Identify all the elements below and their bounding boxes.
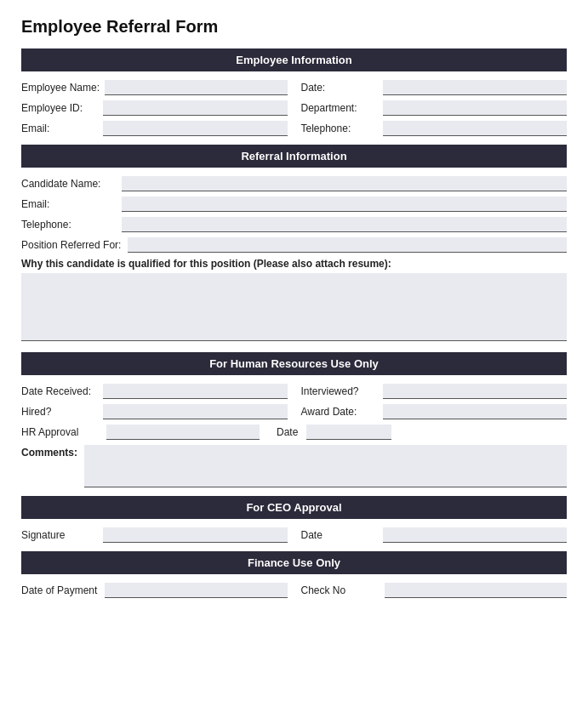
hr-date-label: Date (277, 426, 298, 438)
date-received-col: Date Received: (21, 384, 288, 399)
employee-info-section: Employee Information Employee Name: Date… (21, 48, 567, 136)
award-date-label: Award Date: (301, 406, 378, 418)
hr-use-header: For Human Resources Use Only (21, 352, 567, 375)
department-input[interactable] (383, 100, 568, 116)
ceo-date-label: Date (301, 529, 378, 541)
ceo-date-input[interactable] (383, 527, 568, 543)
ceo-date-col: Date (301, 527, 568, 543)
award-date-input[interactable] (383, 404, 568, 419)
comments-row: Comments: (21, 445, 567, 487)
date-of-payment-col: Date of Payment (21, 583, 288, 598)
date-of-payment-label: Date of Payment (21, 584, 98, 596)
date-received-label: Date Received: (21, 385, 98, 397)
position-input[interactable] (128, 237, 567, 253)
email-telephone-row: Email: Telephone: (21, 121, 567, 136)
referral-info-section: Referral Information Candidate Name: Ema… (21, 145, 567, 344)
telephone-input[interactable] (383, 121, 568, 136)
referral-email-row: Email: (21, 197, 567, 212)
hr-approval-input[interactable] (106, 425, 260, 440)
employee-id-input[interactable] (103, 100, 288, 116)
department-label: Department: (301, 102, 378, 114)
finance-section: Finance Use Only Date of Payment Check N… (21, 551, 567, 598)
check-no-label: Check No (301, 584, 378, 596)
employee-name-label: Employee Name: (21, 82, 100, 94)
date-received-input[interactable] (103, 384, 288, 399)
check-no-col: Check No (301, 583, 568, 598)
email-input[interactable] (103, 121, 288, 136)
hired-col: Hired? (21, 404, 288, 419)
award-date-col: Award Date: (301, 404, 568, 419)
email-label: Email: (21, 123, 98, 134)
date-received-interviewed-row: Date Received: Interviewed? (21, 384, 567, 399)
referral-telephone-row: Telephone: (21, 217, 567, 232)
comments-label: Comments: (21, 445, 77, 459)
position-label: Position Referred For: (21, 239, 121, 251)
hr-use-section: For Human Resources Use Only Date Receiv… (21, 352, 567, 487)
page-title: Employee Referral Form (21, 17, 567, 37)
finance-header: Finance Use Only (21, 551, 567, 574)
referral-email-label: Email: (21, 198, 115, 210)
date-col: Date: (301, 80, 568, 95)
interviewed-label: Interviewed? (301, 385, 378, 397)
hr-date-input[interactable] (306, 425, 391, 440)
employee-name-input[interactable] (105, 80, 287, 95)
date-input[interactable] (383, 80, 568, 95)
comments-textarea[interactable] (84, 445, 567, 487)
employee-name-col: Employee Name: (21, 80, 288, 95)
employee-id-label: Employee ID: (21, 102, 98, 114)
employee-name-date-row: Employee Name: Date: (21, 80, 567, 95)
employee-id-dept-row: Employee ID: Department: (21, 100, 567, 116)
interviewed-input[interactable] (383, 384, 568, 399)
department-col: Department: (301, 100, 568, 116)
qualification-textarea[interactable] (21, 273, 567, 341)
date-of-payment-input[interactable] (105, 583, 288, 598)
interviewed-col: Interviewed? (301, 384, 568, 399)
candidate-name-label: Candidate Name: (21, 178, 115, 190)
referral-info-header: Referral Information (21, 145, 567, 168)
check-no-input[interactable] (385, 583, 568, 598)
hired-input[interactable] (103, 404, 288, 419)
ceo-signature-input[interactable] (103, 527, 288, 543)
date-label: Date: (301, 82, 378, 94)
hired-award-row: Hired? Award Date: (21, 404, 567, 419)
ceo-signature-label: Signature (21, 529, 98, 541)
hired-label: Hired? (21, 406, 98, 418)
ceo-approval-header: For CEO Approval (21, 496, 567, 519)
position-row: Position Referred For: (21, 237, 567, 253)
ceo-approval-section: For CEO Approval Signature Date (21, 496, 567, 543)
hr-approval-label: HR Approval (21, 426, 98, 438)
ceo-signature-col: Signature (21, 527, 288, 543)
referral-email-input[interactable] (122, 197, 567, 212)
telephone-label: Telephone: (301, 123, 378, 134)
email-col: Email: (21, 121, 288, 136)
referral-telephone-input[interactable] (122, 217, 567, 232)
hr-approval-row: HR Approval Date (21, 425, 567, 440)
finance-fields-row: Date of Payment Check No (21, 583, 567, 598)
candidate-name-row: Candidate Name: (21, 176, 567, 191)
candidate-name-input[interactable] (122, 176, 567, 191)
qualification-label: Why this candidate is qualified for this… (21, 258, 567, 270)
employee-info-header: Employee Information (21, 48, 567, 71)
employee-id-col: Employee ID: (21, 100, 288, 116)
telephone-col: Telephone: (301, 121, 568, 136)
ceo-signature-date-row: Signature Date (21, 527, 567, 543)
referral-telephone-label: Telephone: (21, 219, 115, 231)
